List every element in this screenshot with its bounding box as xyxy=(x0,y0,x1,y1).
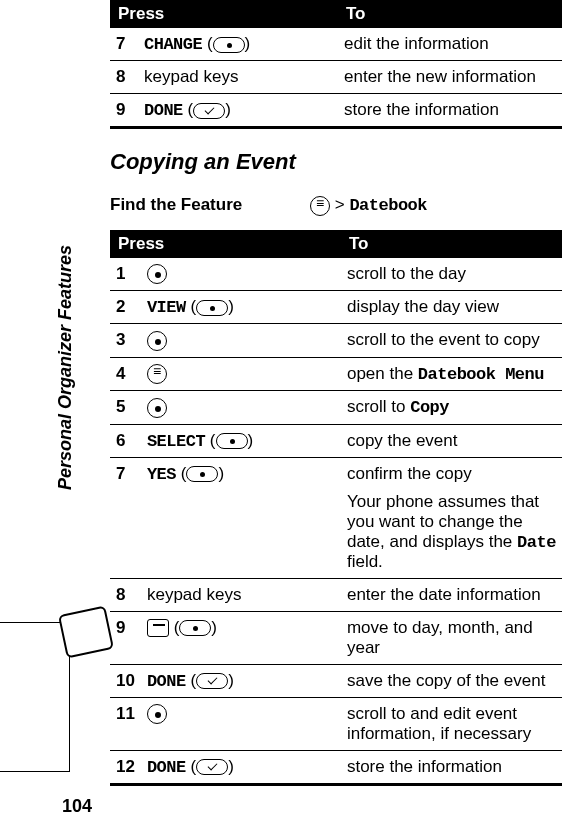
table-row: 1 scroll to the day xyxy=(110,258,562,291)
nav-key-icon xyxy=(147,331,167,351)
calendar-key-icon xyxy=(147,619,169,637)
table-row: 8 keypad keys enter the date information xyxy=(110,578,562,611)
sidebar-tab-box xyxy=(0,622,70,772)
menu-key-icon xyxy=(147,364,167,384)
table-row: 8 keypad keys enter the new information xyxy=(110,61,562,94)
table-row: 5 scroll to Copy xyxy=(110,391,562,425)
softkey-right-icon xyxy=(213,37,245,53)
softkey-left-icon xyxy=(196,673,228,689)
nav-key-icon xyxy=(147,704,167,724)
page-number: 104 xyxy=(62,796,92,817)
nav-key-icon xyxy=(147,398,167,418)
menu-key-icon xyxy=(310,196,330,216)
table-row: 2 VIEW () display the day view xyxy=(110,291,562,324)
sidebar-section-label: Personal Organizer Features xyxy=(55,245,76,490)
table-row: 4 open the Datebook Menu xyxy=(110,357,562,391)
find-feature-row: Find the Feature > Datebook xyxy=(110,195,562,216)
softkey-right-icon xyxy=(179,620,211,636)
table-row: 12 DONE () store the information xyxy=(110,750,562,784)
header-to: To xyxy=(341,230,562,258)
header-press: Press xyxy=(110,0,338,28)
page-content: Press To 7 CHANGE () edit the informatio… xyxy=(0,0,582,786)
softkey-right-icon xyxy=(196,300,228,316)
table-row: 9 () move to day, month, and year xyxy=(110,611,562,664)
table-row: 11 scroll to and edit event information,… xyxy=(110,697,562,750)
softkey-right-icon xyxy=(186,466,218,482)
section-heading: Copying an Event xyxy=(110,149,562,175)
find-feature-path: > Datebook xyxy=(310,195,562,216)
table-row: 9 DONE () store the information xyxy=(110,94,562,128)
find-feature-label: Find the Feature xyxy=(110,195,310,216)
softkey-right-icon xyxy=(216,433,248,449)
softkey-left-icon xyxy=(193,103,225,119)
table-row: 7 CHANGE () edit the information xyxy=(110,28,562,61)
table-row: 10 DONE () save the copy of the event xyxy=(110,664,562,697)
table-row: 7 YES () confirm the copy Your phone ass… xyxy=(110,457,562,578)
instruction-table-1: Press To 7 CHANGE () edit the informatio… xyxy=(110,0,562,129)
table-row: 3 scroll to the event to copy xyxy=(110,324,562,358)
instruction-table-2: Press To 1 scroll to the day 2 VIEW () d… xyxy=(110,230,562,786)
header-press: Press xyxy=(110,230,341,258)
header-to: To xyxy=(338,0,562,28)
nav-key-icon xyxy=(147,264,167,284)
softkey-left-icon xyxy=(196,759,228,775)
table-row: 6 SELECT () copy the event xyxy=(110,424,562,457)
